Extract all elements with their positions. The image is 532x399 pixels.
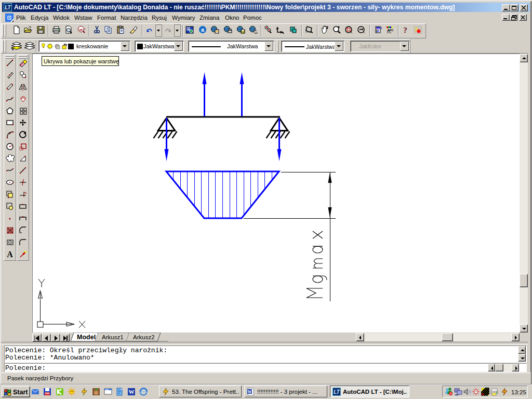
svg-text:Model: Model xyxy=(77,334,96,341)
svg-text:Arkusz1: Arkusz1 xyxy=(102,334,124,340)
svg-text:LT: LT xyxy=(5,5,11,10)
svg-text:A: A xyxy=(7,250,13,259)
svg-text:W: W xyxy=(129,389,135,395)
svg-text:LT: LT xyxy=(334,389,340,395)
svg-text:ab: ab xyxy=(79,28,83,31)
svg-text:A: A xyxy=(387,28,390,33)
svg-text:W: W xyxy=(248,390,252,394)
svg-text:Arkusz2: Arkusz2 xyxy=(133,334,155,340)
svg-text:?: ? xyxy=(415,26,418,33)
svg-text:?: ? xyxy=(403,26,407,34)
svg-text:a: a xyxy=(201,26,205,33)
